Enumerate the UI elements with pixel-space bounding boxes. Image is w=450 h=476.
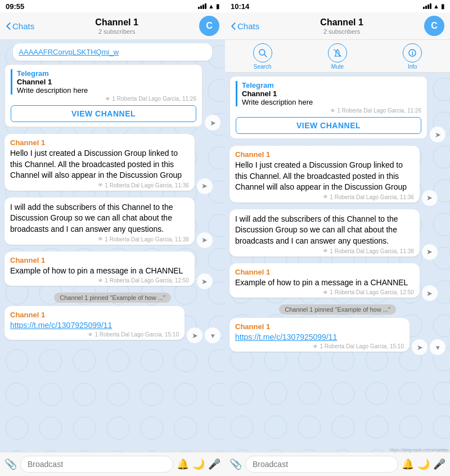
broadcast-input-right[interactable] xyxy=(245,456,398,473)
system-card-row-left: Telegram Channel 1 Write description her… xyxy=(4,64,220,131)
msg-row-1-left: Channel 1 Hello I just created a Discuss… xyxy=(4,134,220,194)
msg-meta-3-right: 👁 1 Roberta Dal Lago Garcia, 12:50 xyxy=(235,289,414,295)
search-action-btn[interactable]: Search xyxy=(246,43,280,70)
bell-icon-left[interactable]: 🔔 xyxy=(177,458,189,470)
view-channel-btn-right[interactable]: VIEW CHANNEL xyxy=(236,117,421,134)
eye-icon-2-left: 👁 xyxy=(98,236,103,242)
top-link-left[interactable]: AAAAAFRCorvpLSKTHQmi_w xyxy=(19,48,206,56)
msg-row-link-left: Channel 1 https://t.me/c/1307925099/11 👁… xyxy=(4,306,220,343)
emoji-icon-right[interactable]: 🌙 xyxy=(417,458,430,470)
input-bar-left: 📎 🔔 🌙 🎤 xyxy=(0,452,225,476)
back-button-left[interactable]: Chats xyxy=(6,21,34,31)
channel-subtitle-right: 2 subscribers xyxy=(320,28,363,35)
msg-meta-1-left: 👁 1 Roberta Dal Lago Garcia, 11:36 xyxy=(10,182,189,188)
forward-btn-2-left[interactable]: ➤ xyxy=(197,232,213,248)
msg-row-link-right: Channel 1 https://t.me/c/1307925099/11 👁… xyxy=(230,318,446,355)
emoji-icon-left[interactable]: 🌙 xyxy=(192,458,205,470)
view-channel-btn-left[interactable]: VIEW CHANNEL xyxy=(11,105,196,122)
eye-icon-2-right: 👁 xyxy=(323,248,328,254)
svg-line-2 xyxy=(334,50,341,56)
forward-btn-1-right[interactable]: ➤ xyxy=(422,190,438,206)
forward-btn-sys-right[interactable]: ➤ xyxy=(430,127,446,142)
msg-meta-text-3-right: 1 Roberta Dal Lago Garcia, 12:50 xyxy=(330,289,414,295)
battery-icon-left: ▮ xyxy=(216,3,219,10)
msg-bubble-2-right: I will add the subscribers of this Chann… xyxy=(230,209,420,257)
msg-channel-link-left: Channel 1 xyxy=(10,311,179,319)
forward-btn-1-left[interactable]: ➤ xyxy=(197,178,213,194)
telegram-label-right: Telegram xyxy=(242,81,421,89)
attach-icon-right[interactable]: 📎 xyxy=(230,458,242,470)
avatar-left[interactable]: C xyxy=(199,16,219,36)
msg-text-2-right: I will add the subscribers of this Chann… xyxy=(235,214,414,247)
msg-meta-link-left: 👁 1 Roberta Dal Lago Garcia, 15:10 xyxy=(10,331,179,338)
mute-icon-circle xyxy=(328,43,347,62)
right-panel: 10:14 ▲ ▮ Chats Channel 1 2 subscribers … xyxy=(225,0,450,476)
forward-btn-sys-left[interactable]: ➤ xyxy=(205,115,220,131)
watermark: https://blog.csdn.net/whatday xyxy=(389,447,448,452)
system-description-right: Write description here xyxy=(242,98,421,106)
svg-text:i: i xyxy=(412,50,413,56)
msg-meta-2-left: 👁 1 Roberta Dal Lago Garcia, 11:38 xyxy=(10,236,189,243)
system-channel-label-left: Channel 1 xyxy=(17,78,196,86)
status-bar-left: 09:55 ▲ ▮ xyxy=(0,0,225,12)
svg-line-1 xyxy=(264,55,267,57)
back-label-left: Chats xyxy=(12,21,34,31)
msg-meta-text-link-right: 1 Roberta Dal Lago Garcia, 15:10 xyxy=(320,343,404,349)
time-right: 10:14 xyxy=(231,2,249,11)
search-icon-circle xyxy=(253,43,272,62)
signal-icon-left xyxy=(198,3,206,9)
eye-icon-sys-right: 👁 xyxy=(330,108,335,114)
attach-icon-left[interactable]: 📎 xyxy=(4,458,17,470)
msg-row-2-left: I will add the subscribers of this Chann… xyxy=(4,197,220,248)
mute-action-label: Mute xyxy=(331,64,344,70)
mic-icon-right[interactable]: 🎤 xyxy=(433,458,446,470)
forward-btn-2-right[interactable]: ➤ xyxy=(422,244,438,260)
status-bar-right: 10:14 ▲ ▮ xyxy=(225,0,450,12)
back-button-right[interactable]: Chats xyxy=(231,21,259,31)
eye-icon-1-right: 👁 xyxy=(323,194,328,200)
info-action-label: Info xyxy=(408,64,417,70)
system-description-left: Write description here xyxy=(17,86,196,95)
down-arrow-right[interactable]: ▾ xyxy=(430,339,446,355)
battery-icon-right: ▮ xyxy=(441,3,444,10)
forward-btn-link-right[interactable]: ➤ xyxy=(412,339,428,355)
system-meta-right: 👁 1 Roberta Dal Lago Garcia, 11:26 xyxy=(236,107,421,114)
forward-btn-3-left[interactable]: ➤ xyxy=(197,273,213,289)
avatar-right[interactable]: C xyxy=(424,16,444,36)
msg-meta-text-link-left: 1 Roberta Dal Lago Garcia, 15:10 xyxy=(94,331,179,338)
chat-area-left: AAAAAFRCorvpLSKTHQmi_w Telegram Channel … xyxy=(0,40,225,452)
info-action-btn[interactable]: i Info xyxy=(395,43,429,70)
msg-row-1-right: Channel 1 Hello I just created a Discuss… xyxy=(230,146,446,206)
nav-header-left: Chats Channel 1 2 subscribers C xyxy=(0,12,225,40)
msg-row-3-left: Channel 1 Example of how to pin a messag… xyxy=(4,252,220,290)
eye-icon-link-left: 👁 xyxy=(88,332,93,338)
bell-icon-right[interactable]: 🔔 xyxy=(402,458,414,470)
msg-text-3-left: Example of how to pin a message in a CHA… xyxy=(10,266,189,277)
channel-title-right: Channel 1 xyxy=(320,17,363,28)
forward-btn-link-left[interactable]: ➤ xyxy=(187,327,202,343)
mic-icon-left[interactable]: 🎤 xyxy=(208,458,220,470)
time-left: 09:55 xyxy=(6,2,24,11)
msg-text-2-left: I will add the subscribers of this Chann… xyxy=(10,202,189,235)
telegram-label-left: Telegram xyxy=(17,69,196,78)
mute-action-btn[interactable]: Mute xyxy=(321,43,354,70)
system-card-border-left: Telegram Channel 1 Write description her… xyxy=(11,69,196,95)
channel-subtitle-left: 2 subscribers xyxy=(95,28,138,35)
msg-channel-1-left: Channel 1 xyxy=(10,138,189,147)
eye-icon-1-left: 👁 xyxy=(98,182,103,188)
msg-row-2-right: I will add the subscribers of this Chann… xyxy=(230,209,446,260)
broadcast-input-left[interactable] xyxy=(20,456,173,473)
forward-btn-3-right[interactable]: ➤ xyxy=(422,285,438,301)
system-card-border-right: Telegram Channel 1 Write description her… xyxy=(236,81,421,106)
msg-row-3-right: Channel 1 Example of how to pin a messag… xyxy=(230,263,446,302)
msg-link-right[interactable]: https://t.me/c/1307925099/11 xyxy=(235,333,337,342)
msg-link-left[interactable]: https://t.me/c/1307925099/11 xyxy=(10,321,112,330)
input-icons-right-right: 🔔 🌙 🎤 xyxy=(402,458,446,470)
msg-meta-2-right: 👁 1 Roberta Dal Lago Garcia, 11:38 xyxy=(235,248,414,254)
msg-meta-1-right: 👁 1 Roberta Dal Lago Garcia, 11:36 xyxy=(235,194,414,200)
signal-icon-right xyxy=(423,3,431,9)
msg-meta-text-3-left: 1 Roberta Dal Lago Garcia, 12:50 xyxy=(105,277,189,284)
msg-bubble-1-right: Channel 1 Hello I just created a Discuss… xyxy=(230,146,420,203)
msg-meta-text-1-right: 1 Roberta Dal Lago Garcia, 11:36 xyxy=(330,194,414,200)
down-arrow-left[interactable]: ▾ xyxy=(205,327,220,343)
